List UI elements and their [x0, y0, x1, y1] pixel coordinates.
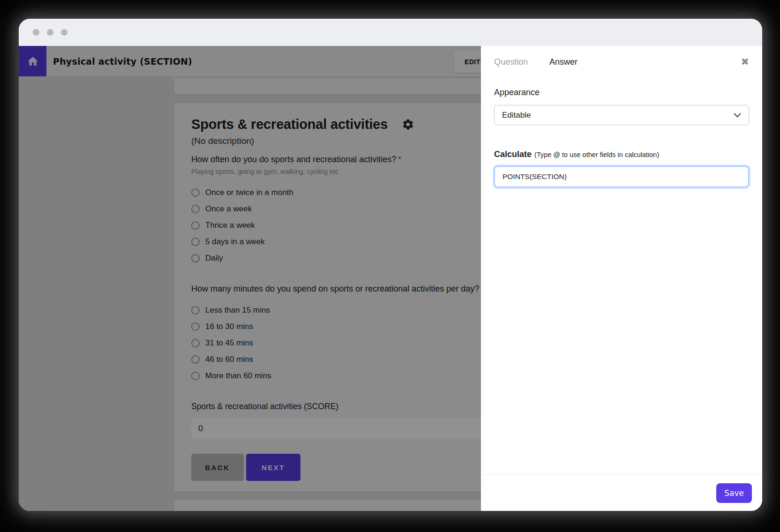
tab-answer[interactable]: Answer: [549, 57, 578, 67]
calculate-label: Calculate(Type @ to use other fields in …: [494, 150, 749, 159]
browser-titlebar: [19, 19, 762, 46]
browser-window: Physical activity (SECTION) EDIT Sports …: [19, 19, 762, 511]
calculate-note: (Type @ to use other fields in calculati…: [534, 151, 659, 158]
traffic-light-dot: [33, 29, 39, 36]
appearance-label: Appearance: [494, 88, 749, 97]
drawer-footer: Save: [481, 474, 762, 511]
drawer-tabs: Question Answer ✖: [494, 46, 749, 67]
settings-drawer: Question Answer ✖ Appearance Editable Ca…: [481, 46, 762, 511]
app-content: Physical activity (SECTION) EDIT Sports …: [19, 46, 762, 511]
traffic-light-dot: [61, 29, 68, 36]
close-icon[interactable]: ✖: [741, 57, 749, 67]
calculate-input[interactable]: POINTS(SECTION): [494, 166, 749, 187]
tab-question[interactable]: Question: [494, 57, 528, 67]
save-button[interactable]: Save: [716, 483, 752, 503]
traffic-light-dot: [47, 29, 53, 36]
appearance-select[interactable]: Editable: [494, 105, 749, 125]
appearance-selected-value: Editable: [502, 111, 531, 120]
chevron-down-icon: [734, 113, 741, 118]
